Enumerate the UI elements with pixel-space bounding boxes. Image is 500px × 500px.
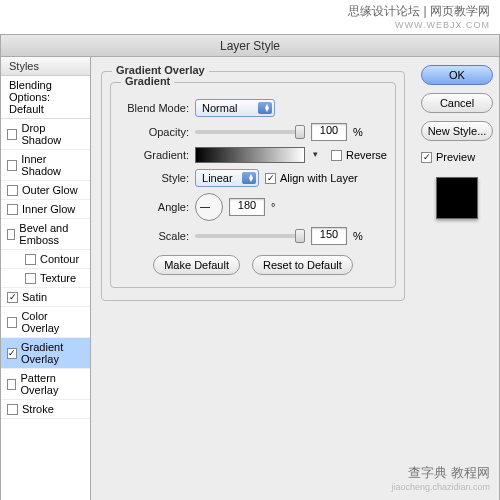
sidebar-item-label: Contour bbox=[40, 253, 79, 265]
pct-label: % bbox=[353, 126, 363, 138]
opacity-input[interactable]: 100 bbox=[311, 123, 347, 141]
cancel-button[interactable]: Cancel bbox=[421, 93, 493, 113]
sidebar-item-stroke[interactable]: Stroke bbox=[1, 400, 90, 419]
sidebar-item-label: Inner Glow bbox=[22, 203, 75, 215]
deg-label: ° bbox=[271, 201, 275, 213]
scale-slider[interactable] bbox=[195, 234, 305, 238]
pct-label-2: % bbox=[353, 230, 363, 242]
sidebar-item-label: Bevel and Emboss bbox=[19, 222, 84, 246]
scale-input[interactable]: 150 bbox=[311, 227, 347, 245]
blend-mode-select[interactable]: Normal▴▾ bbox=[195, 99, 275, 117]
checkbox-icon[interactable] bbox=[7, 204, 18, 215]
checkbox-icon[interactable] bbox=[7, 348, 17, 359]
checkbox-icon[interactable] bbox=[7, 379, 16, 390]
sidebar-item-label: Color Overlay bbox=[21, 310, 84, 334]
sidebar-item-satin[interactable]: Satin bbox=[1, 288, 90, 307]
preview-checkbox[interactable]: Preview bbox=[421, 151, 493, 163]
new-style-button[interactable]: New Style... bbox=[421, 121, 493, 141]
style-select[interactable]: Linear▴▾ bbox=[195, 169, 259, 187]
checkbox-icon[interactable] bbox=[25, 273, 36, 284]
scale-label: Scale: bbox=[119, 230, 189, 242]
sidebar-item-contour[interactable]: Contour bbox=[1, 250, 90, 269]
sidebar-item-outer-glow[interactable]: Outer Glow bbox=[1, 181, 90, 200]
watermark-bottom: 查字典 教程网 jiaocheng.chazidian.com bbox=[391, 465, 490, 494]
checkbox-icon[interactable] bbox=[7, 404, 18, 415]
checkbox-icon[interactable] bbox=[7, 229, 15, 240]
preview-swatch bbox=[436, 177, 478, 219]
sidebar-item-texture[interactable]: Texture bbox=[1, 269, 90, 288]
panel-subtitle: Gradient bbox=[121, 75, 174, 87]
reset-default-button[interactable]: Reset to Default bbox=[252, 255, 353, 275]
angle-input[interactable]: 180 bbox=[229, 198, 265, 216]
ok-button[interactable]: OK bbox=[421, 65, 493, 85]
sidebar-item-pattern-overlay[interactable]: Pattern Overlay bbox=[1, 369, 90, 400]
sidebar-item-label: Texture bbox=[40, 272, 76, 284]
checkbox-icon[interactable] bbox=[25, 254, 36, 265]
make-default-button[interactable]: Make Default bbox=[153, 255, 240, 275]
right-column: OK Cancel New Style... Preview bbox=[415, 57, 499, 500]
blending-options-row[interactable]: Blending Options: Default bbox=[1, 76, 90, 119]
checkbox-icon[interactable] bbox=[7, 317, 17, 328]
checkbox-icon[interactable] bbox=[7, 129, 17, 140]
gradient-label: Gradient: bbox=[119, 149, 189, 161]
align-with-layer-checkbox[interactable]: Align with Layer bbox=[265, 172, 358, 184]
checkbox-icon[interactable] bbox=[7, 292, 18, 303]
watermark-top: 思缘设计论坛 | 网页教学网 WWW.WEBJX.COM bbox=[348, 4, 490, 31]
sidebar-item-inner-shadow[interactable]: Inner Shadow bbox=[1, 150, 90, 181]
angle-label: Angle: bbox=[119, 201, 189, 213]
styles-sidebar: Styles Blending Options: Default Drop Sh… bbox=[1, 57, 91, 500]
sidebar-item-bevel-and-emboss[interactable]: Bevel and Emboss bbox=[1, 219, 90, 250]
sidebar-item-label: Outer Glow bbox=[22, 184, 78, 196]
gradient-picker[interactable] bbox=[195, 147, 305, 163]
style-label: Style: bbox=[119, 172, 189, 184]
sidebar-item-gradient-overlay[interactable]: Gradient Overlay bbox=[1, 338, 90, 369]
sidebar-item-label: Stroke bbox=[22, 403, 54, 415]
blend-mode-label: Blend Mode: bbox=[119, 102, 189, 114]
sidebar-header[interactable]: Styles bbox=[1, 57, 90, 76]
sidebar-item-color-overlay[interactable]: Color Overlay bbox=[1, 307, 90, 338]
reverse-checkbox[interactable]: Reverse bbox=[331, 149, 387, 161]
opacity-slider[interactable] bbox=[195, 130, 305, 134]
sidebar-item-label: Gradient Overlay bbox=[21, 341, 84, 365]
sidebar-item-label: Satin bbox=[22, 291, 47, 303]
sidebar-item-inner-glow[interactable]: Inner Glow bbox=[1, 200, 90, 219]
checkbox-icon[interactable] bbox=[7, 160, 17, 171]
main-panel: Gradient Overlay Gradient Blend Mode: No… bbox=[91, 57, 415, 500]
title-bar: Layer Style bbox=[1, 35, 499, 57]
sidebar-item-drop-shadow[interactable]: Drop Shadow bbox=[1, 119, 90, 150]
opacity-label: Opacity: bbox=[119, 126, 189, 138]
sidebar-item-label: Inner Shadow bbox=[21, 153, 84, 177]
sidebar-item-label: Pattern Overlay bbox=[20, 372, 84, 396]
checkbox-icon[interactable] bbox=[7, 185, 18, 196]
sidebar-item-label: Drop Shadow bbox=[21, 122, 84, 146]
angle-dial[interactable] bbox=[195, 193, 223, 221]
layer-style-dialog: Layer Style Styles Blending Options: Def… bbox=[0, 34, 500, 500]
